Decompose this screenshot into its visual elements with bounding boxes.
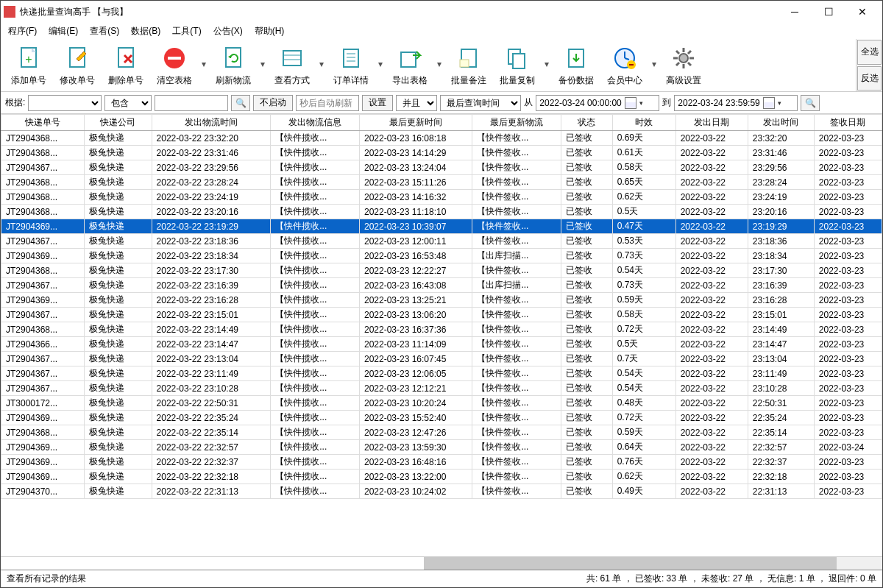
table-row[interactable]: JT2904368...极兔快递2022-03-22 23:14:49【快件揽收… bbox=[1, 322, 882, 337]
cell: 已签收 bbox=[561, 455, 613, 470]
tool-gear[interactable]: 高级设置 bbox=[660, 42, 707, 88]
tool-detail[interactable]: 订单详情 bbox=[327, 42, 375, 88]
menu-item[interactable]: 程序(F) bbox=[4, 24, 41, 39]
date-search-button[interactable]: 🔍 bbox=[801, 95, 820, 111]
menu-item[interactable]: 数据(B) bbox=[127, 24, 165, 39]
column-header[interactable]: 签收日期 bbox=[814, 115, 882, 131]
table-row[interactable]: JT2904369...极兔快递2022-03-22 22:32:57【快件揽收… bbox=[1, 440, 882, 455]
table-row[interactable]: JT2904369...极兔快递2022-03-22 23:19:29【快件揽收… bbox=[1, 219, 882, 234]
tool-copy[interactable]: 批量复制 bbox=[494, 42, 541, 88]
tool-doc-del[interactable]: 删除单号 bbox=[102, 42, 149, 88]
toolbar-dropdown[interactable]: ▾ bbox=[376, 42, 385, 86]
table-row[interactable]: JT2904369...极兔快递2022-03-22 22:32:37【快件揽收… bbox=[1, 455, 882, 470]
date-to-picker[interactable]: 2022-03-24 23:59:59 ▾ bbox=[674, 95, 798, 111]
table-row[interactable]: JT2904367...极兔快递2022-03-22 23:15:01【快件揽收… bbox=[1, 308, 882, 322]
toolbar-dropdown[interactable]: ▾ bbox=[199, 42, 208, 86]
cell: 【快件签收... bbox=[472, 160, 561, 175]
table-row[interactable]: JT2904369...极兔快递2022-03-22 22:32:18【快件揽收… bbox=[1, 470, 882, 484]
menu-item[interactable]: 编辑(E) bbox=[44, 24, 82, 39]
table-wrap[interactable]: 快递单号快递公司发出物流时间发出物流信息最后更新时间最后更新物流状态时效发出日期… bbox=[1, 114, 882, 556]
tool-backup[interactable]: 备份数据 bbox=[553, 42, 600, 88]
column-header[interactable]: 发出日期 bbox=[675, 115, 748, 131]
search-button[interactable]: 🔍 bbox=[231, 95, 250, 111]
calendar-icon bbox=[625, 97, 636, 109]
table-row[interactable]: JT2904368...极兔快递2022-03-22 23:28:24【快件揽收… bbox=[1, 175, 882, 190]
toolbar-dropdown[interactable]: ▾ bbox=[650, 42, 659, 86]
tool-doc-edit[interactable]: 修改单号 bbox=[54, 42, 101, 88]
table-row[interactable]: JT2904367...极兔快递2022-03-22 23:18:36【快件揽收… bbox=[1, 234, 882, 249]
cell: JT2904368... bbox=[1, 425, 85, 440]
menu-item[interactable]: 工具(T) bbox=[168, 24, 205, 39]
toolbar-dropdown[interactable]: ▾ bbox=[435, 42, 444, 86]
cell: 【快件签收... bbox=[472, 425, 561, 440]
table-row[interactable]: JT2904367...极兔快递2022-03-22 23:29:56【快件揽收… bbox=[1, 160, 882, 175]
tool-refresh[interactable]: 刷新物流 bbox=[210, 42, 257, 88]
svg-line-31 bbox=[688, 51, 691, 54]
cell: JT2904367... bbox=[1, 278, 85, 293]
cell: JT2904368... bbox=[1, 322, 85, 337]
column-header[interactable]: 快递单号 bbox=[1, 115, 85, 131]
to-label: 到 bbox=[662, 96, 671, 109]
cell: 【快件签收... bbox=[472, 484, 561, 499]
tool-clock[interactable]: 会员中心 bbox=[601, 42, 648, 88]
invert-selection-button[interactable]: 反选 bbox=[857, 66, 882, 91]
tool-clear[interactable]: 清空表格 bbox=[151, 42, 198, 88]
cell: 极兔快递 bbox=[84, 190, 152, 205]
tool-doc-plus[interactable]: +添加单号 bbox=[5, 42, 52, 88]
cell: 2022-03-22 23:20:16 bbox=[152, 205, 271, 219]
table-row[interactable]: JT2904367...极兔快递2022-03-22 23:10:28【快件揽收… bbox=[1, 381, 882, 396]
settings-button[interactable]: 设置 bbox=[362, 95, 393, 111]
filter-value-input[interactable] bbox=[155, 95, 228, 111]
table-row[interactable]: JT2904368...极兔快递2022-03-22 23:32:20【快件揽收… bbox=[1, 131, 882, 146]
column-header[interactable]: 发出物流时间 bbox=[152, 115, 271, 131]
filter-op-select[interactable]: 包含 bbox=[104, 95, 152, 111]
menu-item[interactable]: 查看(S) bbox=[85, 24, 124, 39]
cell: 22:35:24 bbox=[748, 411, 814, 425]
toolbar-dropdown[interactable]: ▾ bbox=[258, 42, 267, 86]
table-row[interactable]: JT2904370...极兔快递2022-03-22 22:31:13【快件揽收… bbox=[1, 484, 882, 499]
table-row[interactable]: JT2904366...极兔快递2022-03-22 23:14:47【快件揽收… bbox=[1, 337, 882, 352]
cell: 【快件签收... bbox=[472, 293, 561, 308]
column-header[interactable]: 最后更新时间 bbox=[359, 115, 472, 131]
table-row[interactable]: JT2904367...极兔快递2022-03-22 23:16:39【快件揽收… bbox=[1, 278, 882, 293]
toolbar-dropdown[interactable]: ▾ bbox=[317, 42, 326, 86]
no-start-button[interactable]: 不启动 bbox=[253, 95, 293, 111]
table-row[interactable]: JT3000172...极兔快递2022-03-22 22:50:31【快件揽收… bbox=[1, 396, 882, 411]
column-header[interactable]: 时效 bbox=[612, 115, 675, 131]
table-row[interactable]: JT2904368...极兔快递2022-03-22 23:31:46【快件揽收… bbox=[1, 146, 882, 160]
logic-select[interactable]: 并且 bbox=[396, 95, 437, 111]
toolbar-dropdown[interactable]: ▾ bbox=[542, 42, 551, 86]
svg-rect-16 bbox=[460, 60, 469, 67]
filter-field-select[interactable] bbox=[28, 95, 102, 111]
time-field-select[interactable]: 最后查询时间 bbox=[440, 95, 521, 111]
close-button[interactable]: ✕ bbox=[845, 1, 879, 23]
table-row[interactable]: JT2904369...极兔快递2022-03-22 23:18:34【快件揽收… bbox=[1, 249, 882, 263]
minimize-button[interactable]: ─ bbox=[778, 1, 812, 23]
column-header[interactable]: 最后更新物流 bbox=[472, 115, 561, 131]
tool-view[interactable]: 查看方式 bbox=[269, 42, 316, 88]
tool-note[interactable]: 批量备注 bbox=[445, 42, 492, 88]
column-header[interactable]: 发出时间 bbox=[748, 115, 814, 131]
table-row[interactable]: JT2904368...极兔快递2022-03-22 22:35:14【快件揽收… bbox=[1, 425, 882, 440]
column-header[interactable]: 状态 bbox=[561, 115, 613, 131]
maximize-button[interactable]: ☐ bbox=[812, 1, 845, 23]
cell: 极兔快递 bbox=[84, 234, 152, 249]
table-row[interactable]: JT2904368...极兔快递2022-03-22 23:20:16【快件揽收… bbox=[1, 205, 882, 219]
cell: 极兔快递 bbox=[84, 352, 152, 366]
menu-item[interactable]: 帮助(H) bbox=[250, 24, 289, 39]
select-all-button[interactable]: 全选 bbox=[857, 40, 882, 65]
tool-label: 刷新物流 bbox=[216, 74, 251, 87]
horizontal-scrollbar[interactable] bbox=[1, 556, 882, 570]
table-row[interactable]: JT2904368...极兔快递2022-03-22 23:17:30【快件揽收… bbox=[1, 263, 882, 278]
date-from-picker[interactable]: 2022-03-24 00:00:00 ▾ bbox=[536, 95, 659, 111]
table-row[interactable]: JT2904369...极兔快递2022-03-22 22:35:24【快件揽收… bbox=[1, 411, 882, 425]
menu-item[interactable]: 公告(X) bbox=[209, 24, 247, 39]
tool-export[interactable]: 导出表格 bbox=[386, 42, 433, 88]
table-row[interactable]: JT2904367...极兔快递2022-03-22 23:13:04【快件揽收… bbox=[1, 352, 882, 366]
table-row[interactable]: JT2904367...极兔快递2022-03-22 23:11:49【快件揽收… bbox=[1, 366, 882, 381]
table-row[interactable]: JT2904369...极兔快递2022-03-22 23:16:28【快件揽收… bbox=[1, 293, 882, 308]
cell: 【快件揽收... bbox=[271, 337, 360, 352]
column-header[interactable]: 快递公司 bbox=[84, 115, 152, 131]
column-header[interactable]: 发出物流信息 bbox=[271, 115, 360, 131]
table-row[interactable]: JT2904368...极兔快递2022-03-22 23:24:19【快件揽收… bbox=[1, 190, 882, 205]
